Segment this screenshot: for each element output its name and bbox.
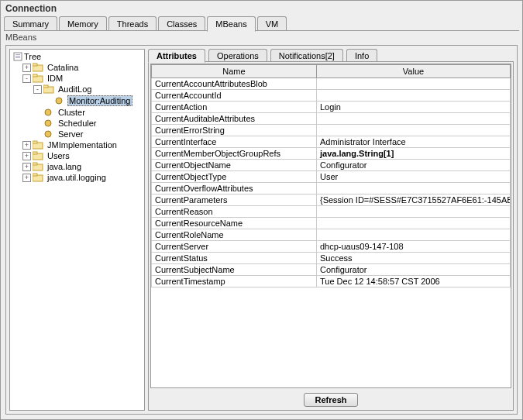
svg-point-12 [45,120,51,126]
attr-name: CurrentSubjectName [152,264,317,276]
main-tab-classes[interactable]: Classes [158,16,205,31]
folder-icon [33,173,43,182]
table-row[interactable]: CurrentTimestampTue Dec 12 14:58:57 CST … [152,276,511,287]
tree-node-label: Cluster [57,108,87,117]
table-row[interactable]: CurrentReason [152,206,511,218]
sub-tab-attributes[interactable]: Attributes [148,49,205,63]
tree-node-scheduler[interactable]: Scheduler [12,118,143,129]
sub-tab-info[interactable]: Info [346,49,377,62]
tree-toggle-icon[interactable]: - [22,74,31,83]
tree-root: Tree +Catalina-IDM-AuditLogMonitor:Audit… [10,50,144,184]
table-row[interactable]: CurrentAuditableAttributes [152,113,511,125]
table-row[interactable]: CurrentActionLogin [152,102,511,113]
table-row[interactable]: CurrentObjectNameConfigurator [152,160,511,171]
sub-tab-operations[interactable]: Operations [208,49,267,62]
main-tabs: SummaryMemoryThreadsClassesMBeansVM [1,16,522,31]
main-tab-threads[interactable]: Threads [108,16,157,31]
attr-name: CurrentResourceName [152,218,317,229]
attributes-table-scroll[interactable]: Name Value CurrentAccountAttributesBlobC… [150,64,511,388]
table-row[interactable]: CurrentObjectTypeUser [152,171,511,183]
tree-toggle-icon[interactable]: + [22,64,31,72]
tree-node-idm[interactable]: -IDM [12,73,143,84]
attr-name: CurrentStatus [152,253,317,264]
attr-value: Success [316,253,510,264]
main-tab-summary[interactable]: Summary [4,16,57,31]
sub-tab-notifications[interactable]: Notifications[2] [270,49,343,62]
table-row[interactable]: CurrentOverflowAttributes [152,183,511,195]
refresh-button[interactable]: Refresh [304,393,359,407]
tree-node-label: Scheduler [57,119,98,128]
col-header-value[interactable]: Value [316,65,510,78]
attributes-panel: Name Value CurrentAccountAttributesBlobC… [148,62,514,411]
attr-name: CurrentErrorString [152,125,317,136]
folder-icon [33,162,43,171]
table-row[interactable]: CurrentServerdhcp-uaus09-147-108 [152,241,511,253]
tree-icon [13,52,24,61]
tree-node-label: Server [57,129,84,139]
table-row[interactable]: CurrentParameters{Session ID=#SESS#E7C37… [152,195,511,206]
attr-value [316,113,510,125]
tree-node-users[interactable]: +Users [12,150,143,161]
attr-name: CurrentReason [152,206,317,218]
col-header-name[interactable]: Name [152,65,317,78]
attr-value [316,206,510,218]
right-pane: AttributesOperationsNotifications[2]Info… [148,49,514,411]
attr-value [316,183,510,195]
attr-value [316,78,510,90]
svg-rect-2 [15,56,20,57]
table-row[interactable]: CurrentErrorString [152,125,511,136]
attr-value: User [316,171,510,183]
tree-node-auditlog[interactable]: -AuditLog [12,84,143,95]
folder-icon [33,63,43,72]
attr-value: Login [316,102,510,113]
tree-node-java-util-logging[interactable]: +java.util.logging [12,172,143,183]
tree-pane: Tree +Catalina-IDM-AuditLogMonitor:Audit… [9,49,145,411]
content-area: Tree +Catalina-IDM-AuditLogMonitor:Audit… [5,45,518,415]
table-row[interactable]: CurrentStatusSuccess [152,253,511,264]
bean-icon [43,129,54,139]
table-row[interactable]: CurrentAccountId [152,90,511,102]
svg-rect-1 [15,54,20,55]
table-row[interactable]: CurrentAccountAttributesBlob [152,78,511,90]
tree-toggle-icon[interactable]: + [22,174,31,182]
attributes-table: Name Value CurrentAccountAttributesBlobC… [151,64,511,287]
connection-window: Connection SummaryMemoryThreadsClassesMB… [0,0,523,420]
tree-node-label: java.util.logging [46,173,108,182]
window-title: Connection [1,1,522,16]
tree-node-server[interactable]: Server [12,129,143,139]
attr-value: Administrator Interface [316,136,510,148]
attr-name: CurrentAction [152,102,317,113]
main-tab-mbeans[interactable]: MBeans [207,16,255,32]
tree-node-monitor-auditing[interactable]: Monitor:Auditing [12,95,143,107]
tree-node-jmimplementation[interactable]: +JMImplementation [12,139,143,150]
tree-node-catalina[interactable]: +Catalina [12,62,143,73]
tree-node-label: AuditLog [57,84,93,94]
tree-node-cluster[interactable]: Cluster [12,107,143,118]
table-row[interactable]: CurrentSubjectNameConfigurator [152,264,511,276]
attr-name: CurrentAccountAttributesBlob [152,78,317,90]
tree-toggle-icon[interactable]: + [22,163,31,171]
table-row[interactable]: CurrentRoleName [152,229,511,241]
table-row[interactable]: CurrentResourceName [152,218,511,229]
attr-name: CurrentMemberObjectGroupRefs [152,148,317,160]
attr-value: java.lang.String[1] [316,148,510,160]
tree-node-java-lang[interactable]: +java.lang [12,161,143,172]
tree-toggle-icon[interactable]: + [22,152,31,160]
bean-icon [43,108,54,117]
table-row[interactable]: CurrentInterfaceAdministrator Interface [152,136,511,148]
attr-name: CurrentAccountId [152,90,317,102]
bean-icon [54,96,65,105]
svg-rect-9 [43,85,48,88]
main-tab-vm[interactable]: VM [257,16,287,31]
attr-value: Tue Dec 12 14:58:57 CST 2006 [316,276,510,287]
attr-value [316,90,510,102]
main-tab-memory[interactable]: Memory [59,16,107,31]
attr-name: CurrentObjectName [152,160,317,171]
table-row[interactable]: CurrentMemberObjectGroupRefsjava.lang.St… [152,148,511,160]
tree-toggle-icon[interactable]: + [22,141,31,150]
svg-rect-7 [33,74,37,77]
svg-rect-19 [33,163,37,165]
tree-node-label: IDM [46,74,64,83]
tree-toggle-icon[interactable]: - [33,85,42,94]
tree-root-node[interactable]: Tree [12,51,143,62]
